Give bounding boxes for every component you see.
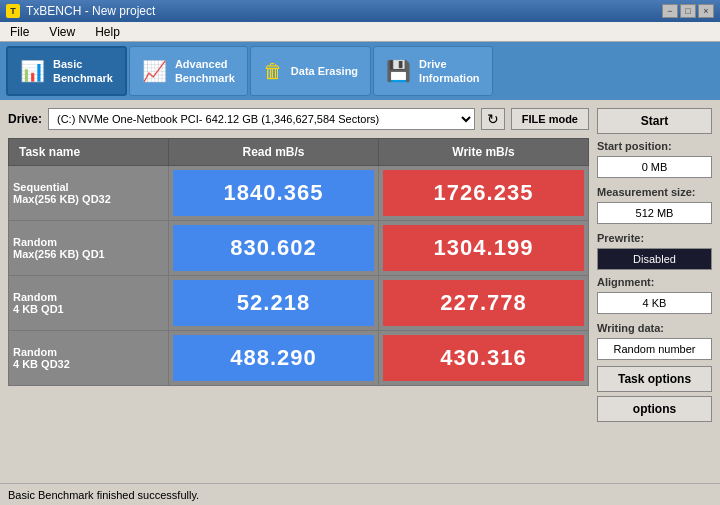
read-value-1: 830.602 bbox=[173, 225, 374, 271]
drive-refresh-button[interactable]: ↻ bbox=[481, 108, 505, 130]
task-cell-2: Random4 KB QD1 bbox=[9, 276, 169, 331]
title-bar-buttons: − □ × bbox=[662, 4, 714, 18]
task-cell-3: Random4 KB QD32 bbox=[9, 331, 169, 386]
write-cell-0: 1726.235 bbox=[379, 166, 589, 221]
status-message: Basic Benchmark finished successfully. bbox=[8, 489, 199, 501]
side-panel: Start Start position: 0 MB Measurement s… bbox=[597, 108, 712, 475]
write-cell-3: 430.316 bbox=[379, 331, 589, 386]
menu-view[interactable]: View bbox=[45, 23, 79, 41]
alignment-value: 4 KB bbox=[597, 292, 712, 314]
read-cell-2: 52.218 bbox=[169, 276, 379, 331]
toolbar-data-erasing[interactable]: 🗑 Data Erasing bbox=[250, 46, 371, 96]
advanced-benchmark-label: AdvancedBenchmark bbox=[175, 57, 235, 86]
drive-row: Drive: (C:) NVMe One-Netbook PCI- 642.12… bbox=[8, 108, 589, 130]
toolbar-basic-benchmark[interactable]: 📊 BasicBenchmark bbox=[6, 46, 127, 96]
write-value-1: 1304.199 bbox=[383, 225, 584, 271]
drive-information-label: DriveInformation bbox=[419, 57, 480, 86]
alignment-label: Alignment: bbox=[597, 276, 712, 288]
minimize-button[interactable]: − bbox=[662, 4, 678, 18]
history-button[interactable]: options bbox=[597, 396, 712, 422]
start-button[interactable]: Start bbox=[597, 108, 712, 134]
menu-bar: File View Help bbox=[0, 22, 720, 42]
read-value-3: 488.290 bbox=[173, 335, 374, 381]
measurement-size-label: Measurement size: bbox=[597, 186, 712, 198]
task-options-button[interactable]: Task options bbox=[597, 366, 712, 392]
basic-benchmark-icon: 📊 bbox=[20, 59, 45, 83]
menu-file[interactable]: File bbox=[6, 23, 33, 41]
col-write: Write mB/s bbox=[379, 139, 589, 166]
drive-label: Drive: bbox=[8, 112, 42, 126]
read-value-0: 1840.365 bbox=[173, 170, 374, 216]
results-table: Task name Read mB/s Write mB/s Sequentia… bbox=[8, 138, 589, 386]
menu-help[interactable]: Help bbox=[91, 23, 124, 41]
app-icon: T bbox=[6, 4, 20, 18]
col-read: Read mB/s bbox=[169, 139, 379, 166]
toolbar: 📊 BasicBenchmark 📈 AdvancedBenchmark 🗑 D… bbox=[0, 42, 720, 100]
window-title: TxBENCH - New project bbox=[26, 4, 155, 18]
drive-select[interactable]: (C:) NVMe One-Netbook PCI- 642.12 GB (1,… bbox=[48, 108, 475, 130]
table-row: RandomMax(256 KB) QD1830.6021304.199 bbox=[9, 221, 589, 276]
content-area: Drive: (C:) NVMe One-Netbook PCI- 642.12… bbox=[0, 100, 720, 483]
title-bar-left: T TxBENCH - New project bbox=[6, 4, 155, 18]
write-value-2: 227.778 bbox=[383, 280, 584, 326]
toolbar-drive-information[interactable]: 💾 DriveInformation bbox=[373, 46, 493, 96]
advanced-benchmark-icon: 📈 bbox=[142, 59, 167, 83]
measurement-size-value: 512 MB bbox=[597, 202, 712, 224]
main-panel: Drive: (C:) NVMe One-Netbook PCI- 642.12… bbox=[8, 108, 589, 475]
task-cell-1: RandomMax(256 KB) QD1 bbox=[9, 221, 169, 276]
write-value-3: 430.316 bbox=[383, 335, 584, 381]
status-bar: Basic Benchmark finished successfully. bbox=[0, 483, 720, 505]
close-button[interactable]: × bbox=[698, 4, 714, 18]
data-erasing-label: Data Erasing bbox=[291, 64, 358, 78]
refresh-icon: ↻ bbox=[487, 111, 499, 127]
basic-benchmark-label: BasicBenchmark bbox=[53, 57, 113, 86]
maximize-button[interactable]: □ bbox=[680, 4, 696, 18]
table-row: Random4 KB QD152.218227.778 bbox=[9, 276, 589, 331]
read-cell-0: 1840.365 bbox=[169, 166, 379, 221]
toolbar-advanced-benchmark[interactable]: 📈 AdvancedBenchmark bbox=[129, 46, 248, 96]
write-cell-2: 227.778 bbox=[379, 276, 589, 331]
write-value-0: 1726.235 bbox=[383, 170, 584, 216]
table-row: Random4 KB QD32488.290430.316 bbox=[9, 331, 589, 386]
task-cell-0: SequentialMax(256 KB) QD32 bbox=[9, 166, 169, 221]
start-position-value: 0 MB bbox=[597, 156, 712, 178]
table-header-row: Task name Read mB/s Write mB/s bbox=[9, 139, 589, 166]
write-cell-1: 1304.199 bbox=[379, 221, 589, 276]
start-position-label: Start position: bbox=[597, 140, 712, 152]
writing-data-label: Writing data: bbox=[597, 322, 712, 334]
title-bar: T TxBENCH - New project − □ × bbox=[0, 0, 720, 22]
prewrite-label: Prewrite: bbox=[597, 232, 712, 244]
read-value-2: 52.218 bbox=[173, 280, 374, 326]
read-cell-3: 488.290 bbox=[169, 331, 379, 386]
file-mode-button[interactable]: FILE mode bbox=[511, 108, 589, 130]
writing-data-value: Random number bbox=[597, 338, 712, 360]
col-task-name: Task name bbox=[9, 139, 169, 166]
table-row: SequentialMax(256 KB) QD321840.3651726.2… bbox=[9, 166, 589, 221]
read-cell-1: 830.602 bbox=[169, 221, 379, 276]
prewrite-value: Disabled bbox=[597, 248, 712, 270]
data-erasing-icon: 🗑 bbox=[263, 60, 283, 83]
drive-information-icon: 💾 bbox=[386, 59, 411, 83]
